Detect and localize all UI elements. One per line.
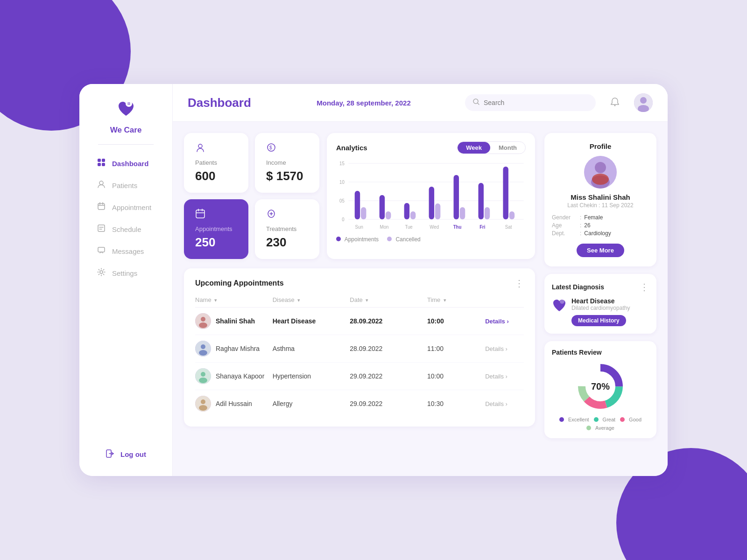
review-card: Patients Review — [544, 341, 656, 438]
patients-stat-label: Patients — [195, 159, 217, 166]
svg-rect-37 — [429, 187, 434, 219]
bell-icon[interactable] — [610, 97, 620, 109]
svg-point-19 — [198, 144, 202, 148]
svg-point-62 — [201, 399, 205, 404]
diagnosis-header: Latest Diagnosis ⋮ — [552, 281, 649, 293]
svg-rect-3 — [127, 104, 131, 104]
header: Dashboard Monday, 28 september, 2022 — [173, 84, 668, 122]
svg-rect-6 — [98, 163, 101, 166]
patient-name: Shanaya Kapoor — [216, 372, 264, 380]
patient-time: 10:00 — [427, 317, 485, 325]
search-bar — [465, 94, 596, 111]
sidebar-item-messages[interactable]: Messages — [84, 241, 168, 262]
diagnosis-info: Heart Disease Dilated cardiomyopathy Med… — [571, 297, 630, 326]
logo-icon — [116, 99, 136, 124]
patients-stat-value: 600 — [195, 169, 215, 183]
sidebar-label-messages: Messages — [112, 247, 144, 255]
svg-point-56 — [201, 344, 205, 349]
col-name: Name ▾ — [195, 296, 273, 303]
svg-rect-40 — [460, 207, 465, 219]
svg-rect-39 — [454, 175, 459, 219]
income-stat-value: $ 1570 — [266, 169, 303, 183]
patient-cell: Adil Hussain — [195, 396, 273, 412]
treatments-stat-label: Treatments — [266, 225, 296, 232]
medical-history-button[interactable]: Medical History — [571, 315, 626, 326]
sidebar-item-schedule[interactable]: Schedule — [84, 219, 168, 240]
appointments-legend: Appointments — [336, 236, 379, 243]
sidebar-item-dashboard[interactable]: Dashboard — [84, 153, 168, 174]
header-date: Monday, 28 september, 2022 — [272, 99, 456, 107]
income-stat-label: Income — [266, 159, 286, 166]
analytics-title: Analytics — [336, 144, 367, 152]
logout-button[interactable]: Log out — [92, 444, 159, 465]
sidebar-label-appointment: Appointment — [112, 203, 151, 211]
svg-rect-32 — [361, 207, 366, 219]
col-date: Date ▾ — [350, 296, 427, 303]
logo-text: We Care — [110, 126, 142, 135]
table-header: Name ▾ Disease ▾ Date ▾ Time ▾ — [195, 296, 524, 308]
details-link[interactable]: Details › — [485, 345, 524, 352]
settings-icon — [97, 268, 106, 279]
week-toggle-button[interactable]: Week — [458, 142, 490, 154]
sidebar-label-settings: Settings — [112, 269, 137, 277]
svg-point-57 — [199, 350, 207, 356]
details-link[interactable]: Details › — [485, 318, 524, 325]
svg-rect-38 — [435, 203, 440, 219]
diagnosis-more-button[interactable]: ⋮ — [640, 281, 649, 293]
sidebar-item-appointment[interactable]: Appointment — [84, 197, 168, 218]
svg-rect-11 — [98, 247, 105, 252]
svg-point-54 — [199, 322, 207, 328]
details-link[interactable]: Details › — [485, 373, 524, 380]
profile-name: Miss Shalini Shah — [571, 193, 630, 201]
stats-row: Patients 600 $ Income $ 1570 — [184, 133, 535, 259]
profile-age-row: Age : 26 — [552, 222, 649, 229]
svg-text:Sat: Sat — [505, 224, 512, 230]
svg-rect-22 — [196, 210, 204, 218]
patient-date: 29.09.2022 — [350, 400, 427, 407]
patient-disease: Allergy — [273, 400, 350, 407]
sidebar-nav: Dashboard Patients Appointment Schedule — [79, 153, 172, 444]
svg-point-8 — [99, 181, 103, 185]
chart-legend: Appointments Cancelled — [336, 236, 526, 243]
svg-rect-33 — [380, 195, 385, 219]
svg-rect-9 — [98, 203, 105, 210]
patient-cell: Shalini Shah — [195, 313, 273, 329]
profile-gender-row: Gender : Female — [552, 214, 649, 221]
profile-avatar — [584, 156, 617, 189]
patient-date: 28.09.2022 — [350, 345, 427, 352]
avatar — [195, 396, 211, 412]
table-row: Raghav Mishra Asthma 28.09.2022 11:00 De… — [195, 335, 524, 363]
analytics-header: Analytics Week Month — [336, 141, 526, 154]
details-link[interactable]: Details › — [485, 400, 524, 407]
svg-rect-10 — [98, 225, 105, 231]
avatar[interactable] — [634, 93, 653, 112]
sidebar-item-settings[interactable]: Settings — [84, 263, 168, 284]
see-more-button[interactable]: See More — [577, 244, 624, 257]
diagnosis-name: Heart Disease — [571, 297, 630, 305]
search-input[interactable] — [484, 99, 588, 106]
col-time: Time ▾ — [427, 296, 485, 303]
svg-text:Tue: Tue — [405, 224, 413, 230]
svg-text:Fri: Fri — [479, 224, 486, 230]
main-area: Dashboard Monday, 28 september, 2022 — [173, 84, 668, 476]
treatments-stat-icon — [266, 209, 276, 222]
diagnosis-sub: Dilated cardiomyopathy — [571, 305, 630, 311]
donut-chart: 70% — [575, 361, 626, 412]
donut-chart-container: 70% Excellent Great — [552, 361, 649, 431]
sidebar-item-patients[interactable]: Patients — [84, 175, 168, 196]
svg-text:05: 05 — [339, 198, 345, 203]
more-options-button[interactable]: ⋮ — [514, 278, 524, 289]
avatar — [195, 368, 211, 384]
profile-dept-row: Dept. : Cardiology — [552, 230, 649, 237]
logout-label: Log out — [120, 450, 146, 458]
search-icon — [472, 98, 480, 107]
schedule-icon — [97, 224, 106, 235]
patients-stat-card: Patients 600 — [184, 133, 248, 193]
sidebar-label-dashboard: Dashboard — [112, 160, 148, 168]
month-toggle-button[interactable]: Month — [490, 142, 525, 154]
svg-rect-36 — [410, 211, 416, 219]
svg-rect-44 — [509, 211, 514, 219]
upcoming-title: Upcoming Appointments — [195, 279, 284, 287]
svg-point-53 — [201, 317, 205, 322]
avatar — [195, 341, 211, 357]
